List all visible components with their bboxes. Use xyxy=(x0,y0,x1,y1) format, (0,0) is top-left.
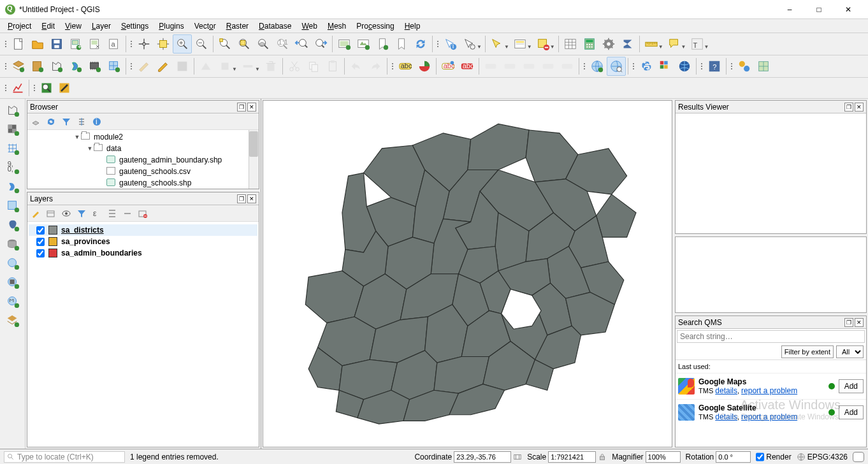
crs-button[interactable]: EPSG:4326 xyxy=(797,453,848,461)
layers-filter-button[interactable] xyxy=(75,207,89,221)
zoom-next-button[interactable] xyxy=(311,34,330,54)
qms-filter-select[interactable]: All xyxy=(836,345,864,358)
open-attribute-table-button[interactable] xyxy=(561,34,580,54)
label-toolbar-abc-button[interactable]: abc xyxy=(396,57,415,76)
statistics-button[interactable] xyxy=(618,34,637,54)
menu-mesh[interactable]: Mesh xyxy=(322,20,351,32)
browser-item[interactable]: ▼module2 xyxy=(29,131,257,143)
new-geopackage-button[interactable] xyxy=(28,57,47,76)
add-vector-button[interactable] xyxy=(4,101,22,119)
help-button[interactable]: ? xyxy=(705,57,724,76)
layers-style-button[interactable] xyxy=(29,207,43,221)
layers-tree[interactable]: sa_districtssa_provincessa_admin_boundar… xyxy=(27,222,259,447)
menu-help[interactable]: Help xyxy=(400,20,426,32)
select-features-button[interactable] xyxy=(488,34,507,54)
menu-vector[interactable]: Vector xyxy=(189,20,221,32)
toggle-editing-button[interactable] xyxy=(154,57,173,76)
browser-item[interactable]: gauteng_schools.csv xyxy=(29,166,257,177)
results-undock-button[interactable]: ❐ xyxy=(844,103,853,112)
results-close-button[interactable]: ✕ xyxy=(855,103,864,112)
menu-settings[interactable]: Settings xyxy=(116,20,154,32)
menu-edit[interactable]: Edit xyxy=(36,20,60,32)
add-postgis-button[interactable] xyxy=(4,216,22,234)
layers-collapse-button[interactable] xyxy=(120,207,134,221)
add-raster-button[interactable] xyxy=(4,120,22,138)
layer-visibility-checkbox[interactable] xyxy=(36,226,45,235)
browser-item[interactable]: ▼data xyxy=(29,143,257,154)
add-virtual-button[interactable] xyxy=(4,197,22,215)
browser-add-button[interactable] xyxy=(29,115,43,129)
zoom-in-button[interactable] xyxy=(173,34,192,54)
rotation-input[interactable] xyxy=(716,451,751,463)
qms-filter-extent-button[interactable]: Filter by extent xyxy=(781,345,834,358)
zoom-last-button[interactable] xyxy=(292,34,311,54)
browser-close-button[interactable]: ✕ xyxy=(247,103,256,112)
maximize-button[interactable]: □ xyxy=(804,0,834,19)
menu-plugins[interactable]: Plugins xyxy=(154,20,189,32)
add-wms-button[interactable] xyxy=(4,254,22,272)
python-console-button[interactable] xyxy=(637,57,656,76)
scale-input[interactable] xyxy=(548,451,596,463)
zoom-to-layer-button[interactable] xyxy=(254,34,273,54)
menu-web[interactable]: Web xyxy=(296,20,322,32)
quick-osm-button[interactable] xyxy=(38,79,55,97)
osm-download-button[interactable] xyxy=(588,57,607,76)
qms-undock-button[interactable]: ❐ xyxy=(844,318,853,327)
text-annotation-button[interactable]: T xyxy=(688,34,707,54)
new-print-layout-button[interactable]: + xyxy=(66,34,85,54)
data-source-manager-button[interactable] xyxy=(9,57,28,76)
layer-visibility-checkbox[interactable] xyxy=(36,249,45,257)
menu-raster[interactable]: Raster xyxy=(221,20,254,32)
new-project-button[interactable] xyxy=(9,34,28,54)
metasearch-button[interactable] xyxy=(675,57,694,76)
open-project-button[interactable] xyxy=(28,34,47,54)
extents-icon[interactable] xyxy=(513,453,522,461)
lock-icon[interactable] xyxy=(598,453,607,461)
browser-filter-button[interactable] xyxy=(59,115,73,129)
layer-item[interactable]: sa_districts xyxy=(29,224,257,236)
grid-button[interactable] xyxy=(656,57,675,76)
browser-tree[interactable]: ▼module2▼datagauteng_admin_boundary.shpg… xyxy=(27,130,259,189)
refresh-button[interactable] xyxy=(411,34,430,54)
zoom-to-selection-button[interactable] xyxy=(235,34,254,54)
quick-chart-button[interactable] xyxy=(9,79,27,97)
layer-item[interactable]: sa_provinces xyxy=(29,236,257,247)
add-afs-button[interactable] xyxy=(4,312,22,330)
add-csv-button[interactable]: 9,0, xyxy=(4,159,22,177)
plugin-tool-2[interactable] xyxy=(754,57,773,76)
menu-layer[interactable]: Layer xyxy=(87,20,116,32)
plugin-tool-1[interactable] xyxy=(735,57,754,76)
new-memory-button[interactable] xyxy=(85,57,105,76)
new-map-view-button[interactable] xyxy=(335,34,354,54)
new-bookmark-button[interactable] xyxy=(373,34,392,54)
layer-item[interactable]: sa_admin_boundaries xyxy=(29,247,257,259)
layers-expression-button[interactable]: ε xyxy=(90,207,104,221)
layers-remove-button[interactable] xyxy=(136,207,150,221)
add-mesh-button[interactable] xyxy=(4,140,22,157)
identify-button[interactable]: i xyxy=(441,34,460,54)
layer-visibility-checkbox[interactable] xyxy=(36,238,45,246)
layers-add-group-button[interactable] xyxy=(44,207,58,221)
osm-search-button[interactable] xyxy=(607,57,626,76)
label-pin-button[interactable]: abc xyxy=(458,57,477,76)
add-spatialite-button[interactable] xyxy=(4,178,22,196)
menu-processing[interactable]: Processing xyxy=(351,20,399,32)
pan-button[interactable] xyxy=(134,34,154,54)
zoom-native-button[interactable]: 1:1 xyxy=(273,34,292,54)
coordinate-input[interactable] xyxy=(454,451,511,463)
zoom-out-button[interactable] xyxy=(192,34,211,54)
menu-database[interactable]: Database xyxy=(254,20,296,32)
save-project-button[interactable] xyxy=(47,34,66,54)
zoom-full-button[interactable] xyxy=(215,34,235,54)
add-mssql-button[interactable] xyxy=(4,235,22,253)
browser-collapse-button[interactable] xyxy=(75,115,89,129)
deselect-all-button[interactable] xyxy=(533,34,553,54)
browser-item[interactable]: gauteng_admin_boundary.shp xyxy=(29,154,257,166)
new-virtual-button[interactable] xyxy=(105,57,124,76)
new-shapefile-button[interactable] xyxy=(47,57,66,76)
layers-visibility-button[interactable] xyxy=(59,207,73,221)
measure-button[interactable] xyxy=(642,34,661,54)
qms-add-button[interactable]: Add xyxy=(839,379,864,393)
qms-search-input[interactable] xyxy=(677,330,865,343)
close-button[interactable]: ✕ xyxy=(834,0,863,19)
